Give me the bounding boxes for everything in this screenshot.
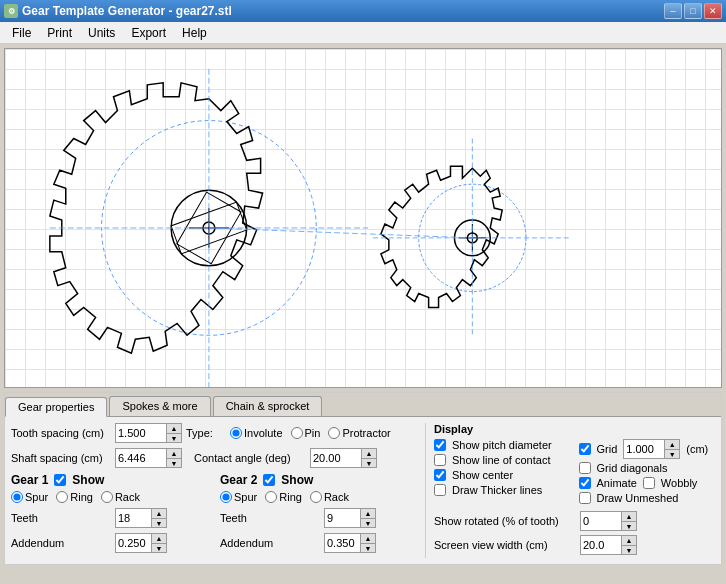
contact-angle-spinner[interactable]: ▲ ▼ bbox=[361, 449, 376, 467]
gear1-teeth-input[interactable] bbox=[116, 509, 151, 527]
gear2-show-checkbox[interactable] bbox=[263, 474, 275, 486]
type-pin[interactable]: Pin bbox=[291, 427, 321, 439]
menu-file[interactable]: File bbox=[4, 23, 39, 43]
gear2-teeth-down[interactable]: ▼ bbox=[361, 518, 375, 527]
gear2-label: Gear 2 bbox=[220, 473, 257, 487]
menu-print[interactable]: Print bbox=[39, 23, 80, 43]
gear1-ring[interactable]: Ring bbox=[56, 491, 93, 503]
show-rotated-spinner[interactable]: ▲ ▼ bbox=[621, 512, 636, 530]
app-icon: ⚙ bbox=[4, 4, 18, 18]
menu-help[interactable]: Help bbox=[174, 23, 215, 43]
gear1-teeth-down[interactable]: ▼ bbox=[152, 518, 166, 527]
gear1-addendum-input-group[interactable]: ▲ ▼ bbox=[115, 533, 167, 553]
grid-diagonals-checkbox[interactable] bbox=[579, 462, 591, 474]
gear2-addendum-up[interactable]: ▲ bbox=[361, 534, 375, 543]
show-pitch-checkbox[interactable] bbox=[434, 439, 446, 451]
gear1-addendum-spinner[interactable]: ▲ ▼ bbox=[151, 534, 166, 552]
gear2-type-group: Spur Ring Rack bbox=[220, 491, 417, 503]
gear1-addendum-input[interactable] bbox=[116, 534, 151, 552]
grid-spinner[interactable]: ▲ ▼ bbox=[664, 440, 679, 458]
gear-canvas[interactable] bbox=[5, 49, 721, 387]
type-label: Type: bbox=[186, 427, 226, 439]
gear1-type-group: Spur Ring Rack bbox=[11, 491, 208, 503]
gear2-teeth-row: Teeth ▲ ▼ bbox=[220, 508, 417, 528]
tab-chain-sprocket[interactable]: Chain & sprocket bbox=[213, 396, 323, 416]
display-thicker-lines: Draw Thicker lines bbox=[434, 484, 571, 496]
tab-spokes-more[interactable]: Spokes & more bbox=[109, 396, 210, 416]
contact-angle-input[interactable] bbox=[311, 449, 361, 467]
screen-view-down[interactable]: ▼ bbox=[622, 545, 636, 554]
thicker-lines-checkbox[interactable] bbox=[434, 484, 446, 496]
contact-angle-down[interactable]: ▼ bbox=[362, 458, 376, 467]
shaft-spacing-input-group[interactable]: ▲ ▼ bbox=[115, 448, 182, 468]
gear2-spur[interactable]: Spur bbox=[220, 491, 257, 503]
show-rotated-down[interactable]: ▼ bbox=[622, 521, 636, 530]
screen-view-spinner[interactable]: ▲ ▼ bbox=[621, 536, 636, 554]
gear2-rack[interactable]: Rack bbox=[310, 491, 349, 503]
gear1-teeth-input-group[interactable]: ▲ ▼ bbox=[115, 508, 167, 528]
gear2-teeth-input[interactable] bbox=[325, 509, 360, 527]
screen-view-input[interactable] bbox=[581, 536, 621, 554]
grid-value-input-group[interactable]: ▲ ▼ bbox=[623, 439, 680, 459]
gear2-teeth-up[interactable]: ▲ bbox=[361, 509, 375, 518]
contact-angle-up[interactable]: ▲ bbox=[362, 449, 376, 458]
animate-checkbox[interactable] bbox=[579, 477, 591, 489]
shaft-spacing-up[interactable]: ▲ bbox=[167, 449, 181, 458]
tooth-spacing-input-group[interactable]: ▲ ▼ bbox=[115, 423, 182, 443]
gear2-addendum-row: Addendum ▲ ▼ bbox=[220, 533, 417, 553]
gear2-teeth-input-group[interactable]: ▲ ▼ bbox=[324, 508, 376, 528]
show-rotated-up[interactable]: ▲ bbox=[622, 512, 636, 521]
grid-down[interactable]: ▼ bbox=[665, 449, 679, 458]
type-involute[interactable]: Involute bbox=[230, 427, 283, 439]
shaft-spacing-row: Shaft spacing (cm) ▲ ▼ Contact angle (de… bbox=[11, 448, 417, 468]
tab-gear-properties[interactable]: Gear properties bbox=[5, 397, 107, 417]
gear2-ring[interactable]: Ring bbox=[265, 491, 302, 503]
gear1-rack[interactable]: Rack bbox=[101, 491, 140, 503]
wobbly-checkbox[interactable] bbox=[643, 477, 655, 489]
thicker-lines-label: Draw Thicker lines bbox=[452, 484, 542, 496]
contact-angle-input-group[interactable]: ▲ ▼ bbox=[310, 448, 377, 468]
gear1-teeth-spinner[interactable]: ▲ ▼ bbox=[151, 509, 166, 527]
grid-checkbox[interactable] bbox=[579, 443, 591, 455]
gear2-show-label: Show bbox=[281, 473, 313, 487]
shaft-spacing-input[interactable] bbox=[116, 449, 166, 467]
display-col2: Grid ▲ ▼ (cm) Grid diagonals bbox=[579, 439, 716, 507]
show-rotated-input-group[interactable]: ▲ ▼ bbox=[580, 511, 637, 531]
gear2-addendum-spinner[interactable]: ▲ ▼ bbox=[360, 534, 375, 552]
type-radio-group: Involute Pin Protractor bbox=[230, 427, 391, 439]
minimize-button[interactable]: – bbox=[664, 3, 682, 19]
shaft-spacing-down[interactable]: ▼ bbox=[167, 458, 181, 467]
screen-view-label: Screen view width (cm) bbox=[434, 539, 574, 551]
draw-unmeshed-label: Draw Unmeshed bbox=[597, 492, 679, 504]
screen-view-up[interactable]: ▲ bbox=[622, 536, 636, 545]
titlebar-title: Gear Template Generator - gear27.stl bbox=[22, 4, 232, 18]
maximize-button[interactable]: □ bbox=[684, 3, 702, 19]
grid-value-input[interactable] bbox=[624, 440, 664, 458]
menu-units[interactable]: Units bbox=[80, 23, 123, 43]
close-button[interactable]: ✕ bbox=[704, 3, 722, 19]
tooth-spacing-down[interactable]: ▼ bbox=[167, 433, 181, 442]
tooth-spacing-spinner[interactable]: ▲ ▼ bbox=[166, 424, 181, 442]
gear1-teeth-up[interactable]: ▲ bbox=[152, 509, 166, 518]
gear1-addendum-down[interactable]: ▼ bbox=[152, 543, 166, 552]
gear2-addendum-down[interactable]: ▼ bbox=[361, 543, 375, 552]
gear1-addendum-up[interactable]: ▲ bbox=[152, 534, 166, 543]
shaft-spacing-spinner[interactable]: ▲ ▼ bbox=[166, 449, 181, 467]
tooth-spacing-input[interactable] bbox=[116, 424, 166, 442]
type-protractor[interactable]: Protractor bbox=[328, 427, 390, 439]
draw-unmeshed-checkbox[interactable] bbox=[579, 492, 591, 504]
show-contact-checkbox[interactable] bbox=[434, 454, 446, 466]
tooth-spacing-up[interactable]: ▲ bbox=[167, 424, 181, 433]
gear1-show-checkbox[interactable] bbox=[54, 474, 66, 486]
menu-export[interactable]: Export bbox=[123, 23, 174, 43]
gear2-addendum-input[interactable] bbox=[325, 534, 360, 552]
show-rotated-input[interactable] bbox=[581, 512, 621, 530]
gear2-addendum-input-group[interactable]: ▲ ▼ bbox=[324, 533, 376, 553]
grid-up[interactable]: ▲ bbox=[665, 440, 679, 449]
screen-view-input-group[interactable]: ▲ ▼ bbox=[580, 535, 637, 555]
show-center-checkbox[interactable] bbox=[434, 469, 446, 481]
titlebar-controls: – □ ✕ bbox=[664, 3, 722, 19]
canvas-area[interactable] bbox=[4, 48, 722, 388]
gear1-spur[interactable]: Spur bbox=[11, 491, 48, 503]
gear2-teeth-spinner[interactable]: ▲ ▼ bbox=[360, 509, 375, 527]
